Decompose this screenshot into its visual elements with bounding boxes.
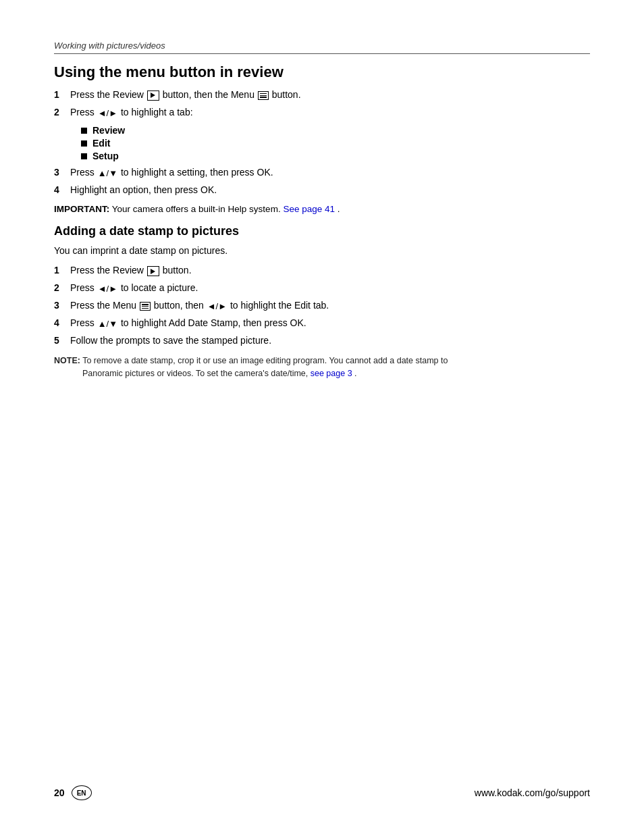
s2-step-1: 1 Press the Review button. <box>54 263 590 278</box>
important-note: IMPORTANT: Your camera offers a built-in… <box>54 203 590 216</box>
step-2-text-before: Press <box>70 107 97 118</box>
step-2: 2 Press ◄/► to highlight a tab: <box>54 105 590 120</box>
footer: 20 EN www.kodak.com/go/support <box>54 785 590 800</box>
step-2-num: 2 <box>54 105 68 120</box>
s2-step-1-num: 1 <box>54 263 68 278</box>
important-link[interactable]: See page 41 <box>283 204 335 214</box>
section1-bullets: Review Edit Setup <box>81 125 590 161</box>
step-1-text-middle: button, then the Menu <box>163 89 257 100</box>
s2-step-2-num: 2 <box>54 281 68 295</box>
step-1: 1 Press the Review button, then the Menu… <box>54 88 590 102</box>
bullet-square-icon <box>81 153 87 159</box>
s2-step-4: 4 Press ▲/▼ to highlight Add Date Stamp,… <box>54 316 590 330</box>
step-1-text-before: Press the Review <box>70 89 146 100</box>
step-3-text-after: to highlight a setting, then press OK. <box>121 167 273 178</box>
note-indent: Panoramic pictures or videos. To set the… <box>82 367 590 380</box>
bullet-square-icon <box>81 128 87 134</box>
note-block: NOTE: To remove a date stamp, crop it or… <box>54 355 590 380</box>
s2-step-2: 2 Press ◄/► to locate a picture. <box>54 281 590 295</box>
section1-steps-cont: 3 Press ▲/▼ to highlight a setting, then… <box>54 165 590 197</box>
section2-title: Adding a date stamp to pictures <box>54 224 590 238</box>
bullet-edit: Edit <box>81 138 590 149</box>
s2-step-3-text-after: to highlight the Edit tab. <box>230 300 329 311</box>
note-text-after: . <box>354 369 356 378</box>
s2-step-1-text-before: Press the Review <box>70 265 146 276</box>
s2-left-right-icon-2: ◄/► <box>207 300 227 313</box>
s2-step-2-text-after: to locate a picture. <box>121 282 198 293</box>
s2-step-4-num: 4 <box>54 316 68 330</box>
page: Working with pictures/videos Using the m… <box>0 0 644 834</box>
step-1-content: Press the Review button, then the Menu b… <box>70 88 590 102</box>
note-text: To remove a date stamp, crop it or use a… <box>82 356 448 365</box>
bullet-review-label: Review <box>92 125 125 136</box>
s2-step-1-content: Press the Review button. <box>70 263 590 278</box>
step-3-text-before: Press <box>70 167 97 178</box>
s2-step-3-num: 3 <box>54 298 68 313</box>
footer-page-number: 20 <box>54 787 65 798</box>
footer-lang-badge: EN <box>72 785 92 800</box>
s2-step-3: 3 Press the Menu button, then ◄/► to hig… <box>54 298 590 313</box>
step-3-num: 3 <box>54 165 68 180</box>
s2-menu-icon <box>140 302 151 311</box>
bullet-setup-label: Setup <box>92 151 119 161</box>
important-text: Your camera offers a built-in Help syste… <box>112 204 284 214</box>
s2-step-2-content: Press ◄/► to locate a picture. <box>70 281 590 295</box>
s2-step-5-num: 5 <box>54 334 68 348</box>
s2-play-triangle-icon <box>151 269 155 274</box>
important-text-after: . <box>338 204 340 214</box>
step-3-content: Press ▲/▼ to highlight a setting, then p… <box>70 165 590 180</box>
step-1-text-after: button. <box>272 89 301 100</box>
s2-up-down-icon: ▲/▼ <box>98 317 117 331</box>
step-2-text-after: to highlight a tab: <box>121 107 193 118</box>
menu-icon <box>258 91 269 100</box>
section1-steps: 1 Press the Review button, then the Menu… <box>54 88 590 120</box>
bullet-edit-label: Edit <box>92 138 110 149</box>
section2-intro: You can imprint a date stamp on pictures… <box>54 244 590 258</box>
step-4-content: Highlight an option, then press OK. <box>70 183 590 197</box>
s2-review-play-icon <box>147 266 159 276</box>
s2-step-2-text-before: Press <box>70 282 97 293</box>
footer-left: 20 EN <box>54 785 92 800</box>
step-4-num: 4 <box>54 183 68 197</box>
s2-step-4-content: Press ▲/▼ to highlight Add Date Stamp, t… <box>70 316 590 330</box>
step-4: 4 Highlight an option, then press OK. <box>54 183 590 197</box>
review-play-icon <box>147 90 159 101</box>
note-link[interactable]: see page 3 <box>311 369 352 378</box>
s2-step-5: 5 Follow the prompts to save the stamped… <box>54 334 590 348</box>
s2-step-3-text-before: Press the Menu <box>70 300 139 311</box>
note-indent-text: Panoramic pictures or videos. To set the… <box>82 369 311 378</box>
s2-step-4-text-before: Press <box>70 317 97 328</box>
bullet-square-icon <box>81 140 87 147</box>
bullet-review: Review <box>81 125 590 136</box>
s2-step-5-content: Follow the prompts to save the stamped p… <box>70 334 590 348</box>
s2-step-4-text-after: to highlight Add Date Stamp, then press … <box>121 317 306 328</box>
footer-url: www.kodak.com/go/support <box>475 787 590 798</box>
s2-step-3-text-middle: button, then <box>154 300 207 311</box>
s2-left-right-icon: ◄/► <box>98 282 117 296</box>
step-1-num: 1 <box>54 88 68 102</box>
section2-steps: 1 Press the Review button. 2 Press ◄/► t… <box>54 263 590 348</box>
s2-step-3-content: Press the Menu button, then ◄/► to highl… <box>70 298 590 313</box>
s2-step-1-text-after: button. <box>163 265 192 276</box>
up-down-icon: ▲/▼ <box>98 167 117 180</box>
step-3: 3 Press ▲/▼ to highlight a setting, then… <box>54 165 590 180</box>
left-right-icon: ◄/► <box>98 107 117 120</box>
bullet-setup: Setup <box>81 151 590 161</box>
important-label: IMPORTANT: <box>54 204 109 214</box>
note-label: NOTE: <box>54 356 80 365</box>
section-divider <box>54 53 590 54</box>
section1-title: Using the menu button in review <box>54 63 590 81</box>
play-triangle-icon <box>151 93 155 98</box>
breadcrumb: Working with pictures/videos <box>54 41 590 51</box>
step-2-content: Press ◄/► to highlight a tab: <box>70 105 590 120</box>
